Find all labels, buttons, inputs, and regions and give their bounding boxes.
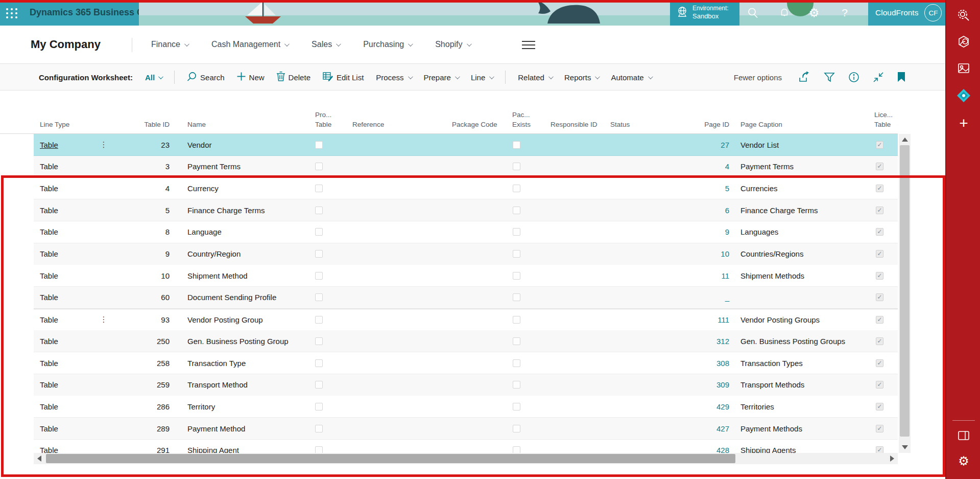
- panel-icon[interactable]: [946, 429, 980, 442]
- table-row[interactable]: Table⋮23Vendor27Vendor List: [34, 134, 898, 156]
- menu-prepare[interactable]: Prepare: [424, 73, 459, 82]
- empty-checkbox[interactable]: [513, 337, 520, 345]
- empty-checkbox[interactable]: [513, 163, 520, 170]
- cell-page-id-link[interactable]: _: [673, 293, 729, 302]
- cell-line-type[interactable]: Table: [34, 315, 96, 324]
- cell-table-id[interactable]: 286: [111, 402, 170, 411]
- empty-checkbox[interactable]: [315, 228, 323, 236]
- cell-page-id-link[interactable]: 309: [673, 380, 729, 389]
- cell-license-table[interactable]: [868, 228, 891, 236]
- cell-page-id-link[interactable]: 308: [673, 359, 729, 368]
- share-icon[interactable]: [798, 72, 810, 83]
- cell-pac-exists[interactable]: [508, 141, 524, 149]
- scroll-left-arrow[interactable]: [37, 455, 41, 462]
- checked-checkbox[interactable]: [876, 272, 883, 280]
- cell-license-table[interactable]: [868, 163, 891, 170]
- search-icon[interactable]: [742, 0, 764, 26]
- empty-checkbox[interactable]: [513, 359, 520, 367]
- cell-pro-table[interactable]: [310, 163, 327, 170]
- empty-checkbox[interactable]: [315, 163, 323, 170]
- nav-item-shopify[interactable]: Shopify: [435, 40, 470, 49]
- cell-page-caption[interactable]: Territories: [729, 402, 868, 411]
- cell-name[interactable]: Vendor: [170, 141, 310, 149]
- fewer-options-button[interactable]: Fewer options: [734, 73, 782, 82]
- worksheet-filter-dropdown[interactable]: All: [145, 73, 162, 82]
- cell-page-id-link[interactable]: 427: [673, 424, 729, 433]
- cell-license-table[interactable]: [868, 207, 891, 214]
- bookmark-icon[interactable]: [897, 72, 905, 82]
- cell-license-table[interactable]: [868, 403, 891, 410]
- cell-page-caption[interactable]: Payment Methods: [729, 424, 868, 433]
- cell-line-type[interactable]: Table: [34, 359, 96, 368]
- table-row[interactable]: Table258Transaction Type308Transaction T…: [34, 352, 898, 374]
- cell-page-id-link[interactable]: 312: [673, 337, 729, 346]
- cell-license-table[interactable]: [868, 141, 891, 149]
- info-icon[interactable]: [848, 72, 859, 83]
- cell-license-table[interactable]: [868, 359, 891, 367]
- cell-page-id-link[interactable]: 5: [673, 184, 729, 193]
- empty-checkbox[interactable]: [315, 403, 323, 410]
- column-header-reference[interactable]: Reference: [352, 120, 384, 130]
- empty-checkbox[interactable]: [315, 272, 323, 280]
- zoom-search-icon[interactable]: [946, 8, 980, 24]
- screen-capture-icon[interactable]: [946, 61, 980, 76]
- empty-checkbox[interactable]: [513, 228, 520, 236]
- column-header-lice-[interactable]: Lice... Table: [874, 110, 893, 130]
- cell-pac-exists[interactable]: [508, 403, 524, 410]
- cell-table-id[interactable]: 258: [111, 359, 170, 368]
- menu-icon[interactable]: [522, 41, 535, 49]
- cell-license-table[interactable]: [868, 316, 891, 324]
- empty-checkbox[interactable]: [315, 425, 323, 432]
- cell-table-id[interactable]: 23: [111, 141, 170, 149]
- checked-checkbox[interactable]: [876, 250, 883, 258]
- table-row[interactable]: Table250Gen. Business Posting Group312Ge…: [34, 330, 898, 352]
- cell-name[interactable]: Currency: [170, 184, 310, 193]
- cell-page-id-link[interactable]: 4: [673, 162, 729, 171]
- cell-page-id-link[interactable]: 6: [673, 206, 729, 215]
- cell-name[interactable]: Document Sending Profile: [170, 293, 310, 302]
- cell-line-type[interactable]: Table: [34, 184, 96, 193]
- empty-checkbox[interactable]: [315, 207, 323, 214]
- cell-page-id-link[interactable]: 27: [673, 141, 729, 149]
- environment-badge[interactable]: Environment: Sandbox: [670, 0, 739, 26]
- cell-license-table[interactable]: [868, 425, 891, 432]
- checked-checkbox[interactable]: [876, 228, 883, 236]
- cell-line-type[interactable]: Table: [34, 293, 96, 302]
- cell-pro-table[interactable]: [310, 381, 327, 389]
- checked-checkbox[interactable]: [876, 185, 883, 192]
- column-header-package-code[interactable]: Package Code: [452, 120, 497, 130]
- account-area[interactable]: CloudFronts CF: [868, 0, 945, 26]
- cell-pac-exists[interactable]: [508, 337, 524, 345]
- cell-table-id[interactable]: 5: [111, 206, 170, 215]
- cell-line-type[interactable]: Table: [34, 271, 96, 280]
- column-header-status[interactable]: Status: [610, 120, 630, 130]
- cell-pac-exists[interactable]: [508, 272, 524, 280]
- cell-table-id[interactable]: 4: [111, 184, 170, 193]
- new-button[interactable]: New: [237, 72, 265, 82]
- vertical-scroll-thumb[interactable]: [900, 145, 910, 437]
- cell-name[interactable]: Gen. Business Posting Group: [170, 337, 310, 346]
- cell-table-id[interactable]: 93: [111, 315, 170, 324]
- empty-checkbox[interactable]: [513, 381, 520, 389]
- cell-name[interactable]: Vendor Posting Group: [170, 315, 310, 324]
- horizontal-scrollbar[interactable]: [34, 453, 898, 464]
- column-header-line-type[interactable]: Line Type: [40, 120, 69, 130]
- delete-button[interactable]: Delete: [277, 72, 310, 83]
- empty-checkbox[interactable]: [315, 293, 323, 301]
- cell-page-id-link[interactable]: 111: [673, 315, 729, 324]
- menu-automate[interactable]: Automate: [611, 73, 651, 82]
- cell-line-type[interactable]: Table: [34, 227, 96, 236]
- cell-pro-table[interactable]: [310, 293, 327, 301]
- cell-pro-table[interactable]: [310, 337, 327, 345]
- checked-checkbox[interactable]: [876, 425, 883, 432]
- checked-checkbox[interactable]: [876, 163, 883, 170]
- cell-pro-table[interactable]: [310, 185, 327, 192]
- cell-table-id[interactable]: 289: [111, 424, 170, 433]
- table-row[interactable]: Table60Document Sending Profile_: [34, 287, 898, 309]
- cell-license-table[interactable]: [868, 185, 891, 192]
- cell-pro-table[interactable]: [310, 316, 327, 324]
- cell-page-caption[interactable]: Payment Terms: [729, 162, 868, 171]
- cell-page-caption[interactable]: Countries/Regions: [729, 249, 868, 258]
- cell-page-id-link[interactable]: 9: [673, 227, 729, 236]
- cell-page-caption[interactable]: Languages: [729, 227, 868, 236]
